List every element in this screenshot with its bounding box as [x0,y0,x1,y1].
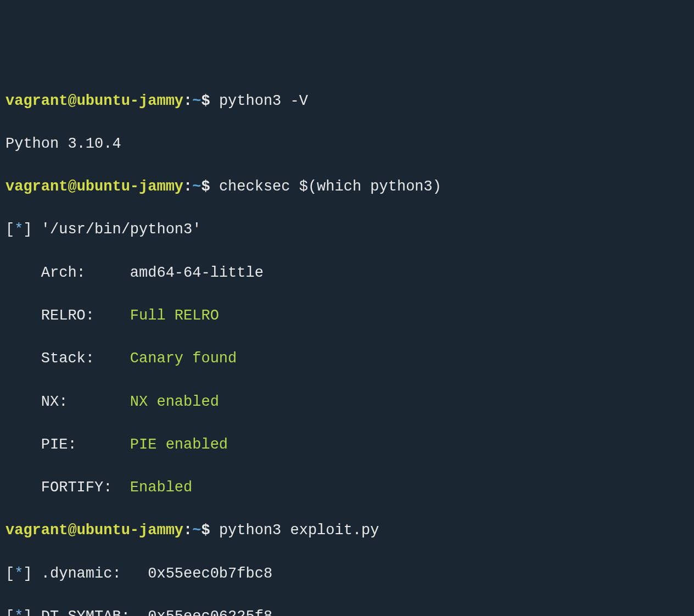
prompt-at: @ [68,93,76,109]
prompt-tilde: ~ [192,522,201,539]
prompt-colon: : [183,93,192,109]
command-exploit: python3 exploit.py [219,522,379,539]
star-icon: * [14,608,23,616]
prompt-user: vagrant [5,178,68,195]
prompt-dollar: $ [201,178,210,195]
terminal-line-3: vagrant@ubuntu-jammy:~$ checksec $(which… [5,176,689,198]
checksec-stack: Stack: Canary found [5,348,689,369]
checksec-pie: PIE: PIE enabled [5,434,689,456]
prompt-at: @ [68,178,76,195]
prompt-host: ubuntu-jammy [77,522,183,539]
star-icon: * [14,221,23,238]
prompt-colon: : [183,522,192,539]
star-icon: * [14,565,23,582]
command-python-version: python3 -V [219,93,308,109]
prompt-host: ubuntu-jammy [77,178,183,195]
prompt-at: @ [68,522,76,539]
checksec-arch: Arch: amd64-64-little [5,262,689,284]
prompt-colon: : [183,178,192,195]
prompt-tilde: ~ [192,93,201,109]
exploit-line-1: [*] DT_SYMTAB: 0x55eec06225f8 [5,606,689,616]
checksec-nx: NX: NX enabled [5,391,689,413]
prompt-dollar: $ [201,522,210,539]
terminal-line-1: vagrant@ubuntu-jammy:~$ python3 -V [5,91,689,112]
terminal-line-11: vagrant@ubuntu-jammy:~$ python3 exploit.… [5,520,689,541]
exploit-line-0: [*] .dynamic: 0x55eec0b7fbc8 [5,563,689,585]
prompt-tilde: ~ [192,178,201,195]
checksec-relro: RELRO: Full RELRO [5,305,689,327]
prompt-host: ubuntu-jammy [77,93,183,109]
checksec-fortify: FORTIFY: Enabled [5,477,689,499]
prompt-user: vagrant [5,93,68,109]
prompt-user: vagrant [5,522,68,539]
output-python-version: Python 3.10.4 [5,133,689,155]
command-checksec: checksec $(which python3) [219,178,441,195]
checksec-header: [*] '/usr/bin/python3' [5,219,689,240]
prompt-dollar: $ [201,93,210,109]
